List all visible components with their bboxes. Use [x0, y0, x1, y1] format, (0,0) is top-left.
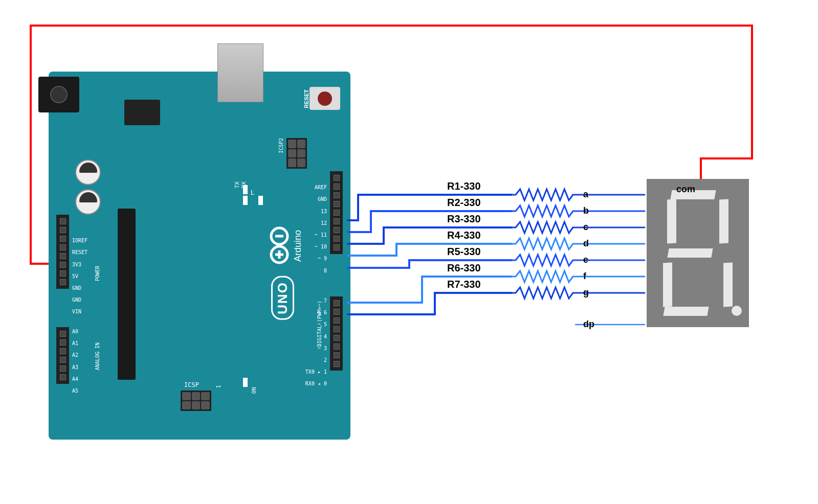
- pin-hole[interactable]: [60, 244, 66, 250]
- display-pin-label-g: g: [583, 287, 642, 298]
- segment-g: [667, 248, 713, 258]
- pin-hole[interactable]: [60, 227, 66, 233]
- pin-hole[interactable]: [60, 270, 66, 277]
- pin-hole[interactable]: [60, 218, 66, 224]
- pin-hole[interactable]: [60, 348, 66, 354]
- pin-label: ~ 6: [318, 310, 327, 315]
- pin-hole[interactable]: [334, 335, 340, 341]
- analog-header: [56, 327, 69, 384]
- resistor-R1-330: [512, 189, 573, 200]
- led-on: [243, 378, 248, 387]
- segment-d: [663, 307, 709, 316]
- pin-hole[interactable]: [60, 279, 66, 285]
- pin-label: AREF: [315, 185, 327, 190]
- led-l: [258, 196, 263, 205]
- pin-label: RESET: [72, 249, 87, 255]
- resistor-R2-330: [512, 205, 573, 217]
- seven-segment-display: [647, 179, 749, 327]
- digital-header-top: [330, 171, 343, 254]
- pin-hole[interactable]: [334, 201, 340, 207]
- resistor-label: R1-330: [447, 180, 481, 192]
- icsp-header: [181, 391, 211, 411]
- resistor-R5-330: [512, 255, 573, 266]
- arduino-uno-board: RESET Arduino UNO TXRX L ON 1 DIGITAL (P…: [49, 72, 350, 440]
- pin-label: 3V3: [72, 262, 81, 267]
- segment-f: [667, 199, 676, 244]
- pin-hole[interactable]: [60, 365, 66, 372]
- pin-hole[interactable]: [334, 244, 340, 250]
- pin-hole[interactable]: [60, 236, 66, 242]
- pin-hole[interactable]: [60, 253, 66, 259]
- pin-label: ~ 11: [315, 232, 327, 238]
- display-pin-label-c: c: [583, 222, 642, 233]
- display-pin-label-f: f: [583, 271, 642, 282]
- wire-pin12-to-a: [348, 195, 512, 220]
- pin-hole[interactable]: [334, 210, 340, 216]
- pin-hole[interactable]: [60, 262, 66, 268]
- pin-label: 7: [324, 298, 327, 304]
- pin-hole[interactable]: [334, 309, 340, 315]
- pin-hole[interactable]: [334, 317, 340, 324]
- pin-label: ~ 10: [315, 244, 327, 249]
- wire-pin11-to-b: [348, 211, 512, 232]
- led-rx: [243, 185, 248, 194]
- pin-hole[interactable]: [334, 326, 340, 332]
- pin-hole[interactable]: [334, 361, 340, 367]
- resistor-label: R5-330: [447, 246, 481, 258]
- pin-label: A5: [72, 388, 78, 394]
- pin-label: 8: [324, 268, 327, 273]
- capacitor: [75, 159, 101, 185]
- display-pin-label-e: e: [583, 255, 642, 265]
- pin-hole[interactable]: [334, 218, 340, 224]
- pin-label: TX0 ▸ 1: [305, 369, 327, 375]
- arduino-logo-icon: [267, 225, 292, 266]
- resistor-label: R6-330: [447, 262, 481, 274]
- voltage-regulator: [124, 100, 160, 125]
- pin-hole[interactable]: [334, 343, 340, 350]
- usb-connector: [217, 43, 263, 102]
- pin-label: A3: [72, 364, 78, 370]
- reset-label: RESET: [303, 89, 309, 108]
- pin-label: VIN: [72, 309, 81, 314]
- wire-pin8-to-e: [348, 260, 512, 268]
- display-com-label: com: [676, 184, 695, 195]
- resistor-label: R2-330: [447, 197, 481, 209]
- display-pin-label-a: a: [583, 189, 642, 200]
- pin-label: ~ 3: [318, 346, 327, 351]
- pin-hole[interactable]: [60, 374, 66, 380]
- resistor-R3-330: [512, 222, 573, 233]
- pin-hole[interactable]: [60, 331, 66, 337]
- pin-hole[interactable]: [60, 357, 66, 363]
- pin-label: GND: [318, 196, 327, 202]
- wire-pin6-to-g: [348, 293, 512, 314]
- display-pin-label-d: d: [583, 238, 642, 249]
- pin-label: A0: [72, 329, 78, 334]
- reset-button[interactable]: [309, 87, 340, 110]
- pin-label: A4: [72, 376, 78, 382]
- display-pin-label-dp: dp: [583, 319, 642, 330]
- pin-hole[interactable]: [334, 236, 340, 242]
- led-tx: [243, 196, 248, 205]
- pin-hole[interactable]: [334, 184, 340, 190]
- segment-e: [663, 263, 672, 307]
- segment-dp: [732, 306, 742, 316]
- resistor-label: R7-330: [447, 279, 481, 290]
- pin-label: IOREF: [72, 238, 87, 243]
- wire-pin7-to-f: [348, 277, 512, 303]
- pin-hole[interactable]: [334, 175, 340, 181]
- on-label: ON: [251, 387, 257, 394]
- model-label: UNO: [271, 276, 294, 320]
- pin-label: A1: [72, 340, 78, 346]
- pin-hole[interactable]: [334, 227, 340, 233]
- pin-hole[interactable]: [334, 192, 340, 198]
- capacitor: [75, 189, 101, 215]
- pin-hole[interactable]: [334, 352, 340, 358]
- pin-hole[interactable]: [334, 300, 340, 306]
- l-label: L: [251, 189, 254, 196]
- pin-label: GND: [72, 285, 81, 291]
- pin-label: 4: [324, 334, 327, 339]
- one-label: 1: [215, 385, 222, 388]
- pin-hole[interactable]: [60, 339, 66, 346]
- power-jack: [38, 77, 79, 112]
- resistor-R7-330: [512, 287, 573, 299]
